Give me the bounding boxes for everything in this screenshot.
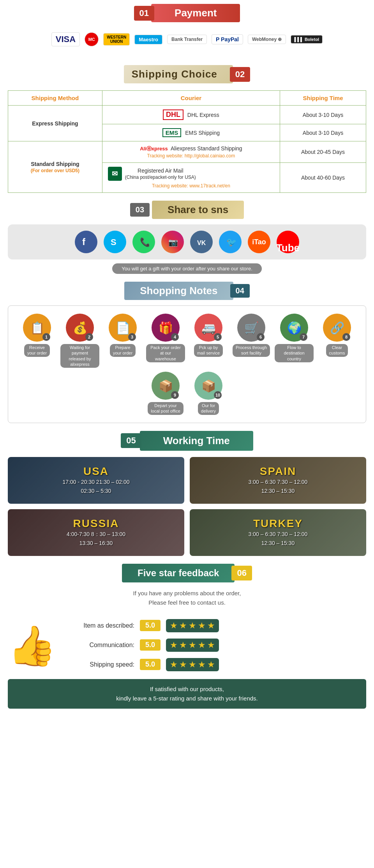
note-icon-3: 📄 3	[109, 314, 137, 342]
share-num: 03	[130, 203, 150, 217]
table-row: Express Shipping DHL DHL Express About 3…	[8, 106, 366, 124]
list-item: 🔗 8 Clearcustoms	[318, 314, 356, 368]
dhl-name: DHL Express	[187, 112, 219, 118]
skype-icon[interactable]: S	[104, 231, 126, 253]
list-item: 🚐 5 Pck up bymail service	[189, 314, 228, 368]
express-method: Express Shipping	[8, 106, 102, 141]
vk-icon[interactable]: VK	[190, 231, 213, 253]
rating-row-item: Item as described: 5.0 ★ ★ ★ ★ ★	[64, 619, 366, 632]
working-header: 05 Working Time	[8, 431, 366, 451]
note-label-5: Pck up bymail service	[194, 344, 223, 357]
instagram-icon[interactable]: 📷	[161, 231, 184, 253]
note-icon-4: 🎁 4	[152, 314, 180, 342]
notes-header: Shopping Notes 04	[8, 282, 366, 300]
star-icon: ★	[207, 640, 215, 650]
china-post-symbol: ✉	[112, 169, 118, 178]
feedback-footer: If satisfied with our products,kindly le…	[8, 679, 366, 709]
feedback-subtitle: If you have any problems about the order…	[8, 589, 366, 607]
col-courier: Courier	[102, 91, 280, 106]
star-icon: ★	[189, 640, 196, 650]
payment-title: Payment	[151, 4, 240, 22]
maestro-icon: Maestro	[134, 35, 162, 44]
payment-icons-row: VISA MC WESTERNUNION Maestro Bank Transf…	[8, 28, 366, 50]
spain-times: 3:00 – 6:30 7:30 – 12:0012:30 – 15:30	[249, 478, 308, 495]
star-icon: ★	[207, 660, 215, 670]
note-num-10: 10	[214, 391, 222, 399]
item-described-score: 5.0	[140, 620, 161, 631]
usa-content: USA 17:00 - 20:30 21:30 – 02:0002:30 – 5…	[62, 465, 129, 495]
note-num-7: 7	[300, 333, 307, 341]
note-icon-1: 📋 1	[23, 314, 51, 342]
notes-title: Shopping Notes	[124, 282, 233, 300]
note-label-10: Our fordelivery	[198, 402, 219, 415]
bank-transfer-icon: Bank Transfer	[167, 35, 207, 44]
star-icon: ★	[170, 660, 178, 670]
star-icon: ★	[179, 640, 187, 650]
svg-text:📷: 📷	[168, 238, 178, 247]
feedback-section: Five star feedback 06 If you have any pr…	[0, 560, 374, 713]
ali-name: Aliexpress Standard Shipping	[171, 145, 242, 152]
shipping-speed-label: Shipping speed:	[64, 661, 134, 668]
visa-icon: VISA	[51, 32, 80, 46]
feedback-content: 👍 Item as described: 5.0 ★ ★ ★ ★ ★ Commu…	[8, 615, 366, 671]
youtube-icon[interactable]: YouTube	[277, 231, 299, 253]
spain-title: SPAIN	[249, 465, 308, 478]
notes-num: 04	[230, 284, 250, 298]
post-courier: ✉ Registered Air Mail(China post/epacket…	[102, 163, 280, 193]
star-icon: ★	[179, 660, 187, 670]
standard-method: Standard Shipping(For order over USD5)	[8, 141, 102, 193]
turkey-times: 3:00 – 6:30 7:30 – 12:0012:30 – 15:30	[249, 530, 308, 547]
svg-text:🐦: 🐦	[226, 237, 236, 247]
share-title: Share to sns	[152, 201, 244, 219]
working-section: 05 Working Time USA 17:00 - 20:30 21:30 …	[0, 427, 374, 560]
usa-times: 17:00 - 20:30 21:30 – 02:0002:30 – 5:30	[62, 478, 129, 495]
note-label-2: Waiting for paymentreleased by alixepres…	[60, 344, 99, 368]
twitter-icon[interactable]: 🐦	[219, 231, 242, 253]
shipping-table: Shipping Method Courier Shipping Time Ex…	[8, 90, 366, 193]
aliexpress-logo: Aliⓔxpress	[140, 146, 168, 152]
svg-text:f: f	[82, 236, 86, 247]
star-icon: ★	[198, 660, 206, 670]
note-label-3: Prepareyour order	[110, 344, 136, 357]
note-num-2: 2	[85, 333, 93, 341]
note-icon-5: 🚐 5	[194, 314, 222, 342]
post-tracking: Tracking website: www.17track.net/en	[152, 183, 230, 189]
spain-content: SPAIN 3:00 – 6:30 7:30 – 12:0012:30 – 15…	[249, 465, 308, 495]
feedback-header: Five star feedback 06	[8, 564, 366, 582]
shipping-speed-score: 5.0	[140, 659, 161, 670]
note-icon-6: 🛒 6	[237, 314, 265, 342]
notes-box: 📋 1 Receiveyour order 💰 2 Waiting for pa…	[8, 305, 366, 423]
item-described-stars: ★ ★ ★ ★ ★	[166, 619, 219, 632]
svg-text:S: S	[111, 237, 116, 247]
note-icon-10: 📦 10	[194, 372, 222, 400]
list-item: 📄 3 Prepareyour order	[103, 314, 142, 368]
russia-times: 4:00-7:30 8：30 – 13:0013:30 – 16:30	[67, 530, 125, 547]
facebook-icon[interactable]: f	[75, 231, 97, 253]
itao-icon[interactable]: iTao	[248, 231, 270, 253]
note-label-6: Process throughsort facility	[233, 344, 270, 357]
star-icon: ★	[179, 621, 187, 631]
list-item: 🎁 4 Pack your orderat our warehouse	[146, 314, 185, 368]
shipping-header: Shipping Choice 02	[8, 65, 366, 83]
spain-card: SPAIN 3:00 – 6:30 7:30 – 12:0012:30 – 15…	[190, 457, 366, 504]
dhl-time: About 3-10 Days	[280, 106, 366, 124]
usa-title: USA	[62, 465, 129, 478]
note-label-8: Clearcustoms	[326, 344, 348, 357]
communication-stars: ★ ★ ★ ★ ★	[166, 639, 219, 652]
list-item: 📋 1 Receiveyour order	[18, 314, 56, 368]
itao-label: iTao	[252, 238, 266, 246]
thumbs-up-icon: 👍	[8, 623, 56, 669]
dhl-courier: DHL DHL Express	[102, 106, 280, 124]
note-label-7: Flow to destinationcountry	[275, 344, 314, 362]
star-icon: ★	[170, 640, 178, 650]
note-icon-7: 🌍 7	[280, 314, 308, 342]
shipping-section: Shipping Choice 02 Shipping Method Couri…	[0, 54, 374, 197]
paypal-icon: P PayPal	[212, 34, 243, 44]
star-icon: ★	[198, 621, 206, 631]
webmoney-icon: WebMoney ⊕	[248, 35, 286, 44]
note-num-1: 1	[42, 333, 50, 341]
dhl-logo: DHL	[163, 109, 183, 120]
note-icon-2: 💰 2	[66, 314, 94, 342]
whatsapp-icon[interactable]: 📞	[132, 231, 155, 253]
share-gift-text: You will get a gift with your order afte…	[112, 263, 262, 274]
